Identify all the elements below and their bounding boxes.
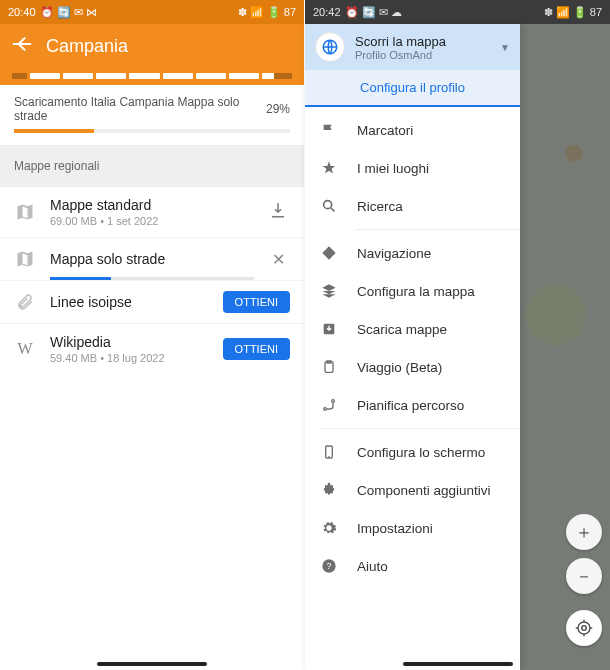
- menu-item-star[interactable]: I miei luoghi: [305, 149, 520, 187]
- layers-icon: [319, 281, 339, 301]
- flag-icon: [319, 120, 339, 140]
- get-button[interactable]: OTTIENI: [223, 338, 290, 360]
- svg-point-1: [324, 201, 332, 209]
- map-icon: [14, 201, 36, 223]
- drawer-panel: Scorri la mappa Profilo OsmAnd ▼ Configu…: [305, 24, 520, 670]
- nav-icon: [319, 243, 339, 263]
- status-time: 20:40: [8, 6, 36, 18]
- item-title: Linee isoipse: [50, 294, 209, 310]
- clip2-icon: [319, 357, 339, 377]
- gear-icon: [319, 518, 339, 538]
- menu-label: Configura la mappa: [357, 284, 475, 299]
- gesture-bar: [403, 662, 513, 666]
- cancel-icon[interactable]: ✕: [266, 250, 290, 269]
- menu-item-help[interactable]: ?Aiuto: [305, 547, 520, 585]
- profile-sub: Profilo OsmAnd: [355, 49, 490, 61]
- phone-right: 20:42 ⏰ 🔄 ✉ ☁ ✽ 📶 🔋 87 Torello Roccapiem…: [305, 0, 610, 670]
- status-left-icons: ⏰ 🔄 ✉ ⋈: [40, 6, 97, 19]
- item-sub: 59.40 MB • 18 lug 2022: [50, 352, 209, 364]
- section-regional-maps: Mappe regionali: [0, 145, 304, 187]
- drawer-menu: MarcatoriI miei luoghiRicercaNavigazione…: [305, 107, 520, 585]
- screen-icon: [319, 442, 339, 462]
- help-icon: ?: [319, 556, 339, 576]
- map-item-list: Mappe standard69.00 MB • 1 set 2022Mappa…: [0, 187, 304, 374]
- svg-text:?: ?: [327, 561, 332, 571]
- menu-label: Marcatori: [357, 123, 413, 138]
- svg-point-9: [582, 626, 587, 631]
- menu-item-flag[interactable]: Marcatori: [305, 111, 520, 149]
- status-right-icons: ✽ 📶 🔋 87: [238, 6, 296, 19]
- globe-icon: [315, 32, 345, 62]
- menu-label: Pianifica percorso: [357, 398, 464, 413]
- menu-item-down[interactable]: Scarica mappe: [305, 310, 520, 348]
- clip-icon: [14, 291, 36, 313]
- star-icon: [319, 158, 339, 178]
- menu-label: Scarica mappe: [357, 322, 447, 337]
- profile-header[interactable]: Scorri la mappa Profilo OsmAnd ▼: [305, 24, 520, 70]
- menu-label: Viaggio (Beta): [357, 360, 442, 375]
- wiki-icon: W: [14, 338, 36, 360]
- puzzle-icon: [319, 480, 339, 500]
- chevron-down-icon[interactable]: ▼: [500, 42, 510, 53]
- menu-label: Ricerca: [357, 199, 403, 214]
- status-bar-left: 20:40 ⏰ 🔄 ✉ ⋈ ✽ 📶 🔋 87: [0, 0, 304, 24]
- down-icon: [319, 319, 339, 339]
- gesture-bar: [97, 662, 207, 666]
- menu-label: Navigazione: [357, 246, 431, 261]
- search-icon: [319, 196, 339, 216]
- locate-button[interactable]: [566, 610, 602, 646]
- item-title: Mappe standard: [50, 197, 252, 213]
- status-bar-right: 20:42 ⏰ 🔄 ✉ ☁ ✽ 📶 🔋 87: [305, 0, 610, 24]
- menu-label: I miei luoghi: [357, 161, 429, 176]
- zoom-in-button[interactable]: ＋: [566, 514, 602, 550]
- map-item[interactable]: Mappa solo strade✕: [0, 237, 304, 280]
- svg-point-5: [332, 400, 335, 403]
- download-status-row: Scaricamento Italia Campania Mappa solo …: [0, 85, 304, 129]
- map-item[interactable]: WWikipedia59.40 MB • 18 lug 2022OTTIENI: [0, 323, 304, 374]
- item-sub: 69.00 MB • 1 set 2022: [50, 215, 252, 227]
- map-item[interactable]: Mappe standard69.00 MB • 1 set 2022: [0, 187, 304, 237]
- download-label: Scaricamento Italia Campania Mappa solo …: [14, 95, 266, 123]
- item-title: Wikipedia: [50, 334, 209, 350]
- menu-label: Impostazioni: [357, 521, 433, 536]
- segment-bar: [12, 73, 292, 79]
- phone-left: 20:40 ⏰ 🔄 ✉ ⋈ ✽ 📶 🔋 87 Campania Scaricam…: [0, 0, 305, 670]
- region-header: Campania: [0, 24, 304, 85]
- menu-item-screen[interactable]: Configura lo schermo: [305, 433, 520, 471]
- route-icon: [319, 395, 339, 415]
- menu-item-search[interactable]: Ricerca: [305, 187, 520, 225]
- download-icon[interactable]: [266, 201, 290, 223]
- map-icon: [14, 248, 36, 270]
- menu-label: Aiuto: [357, 559, 388, 574]
- zoom-out-button[interactable]: －: [566, 558, 602, 594]
- download-progress-bar: [14, 129, 290, 133]
- item-title: Mappa solo strade: [50, 251, 252, 267]
- menu-item-puzzle[interactable]: Componenti aggiuntivi: [305, 471, 520, 509]
- svg-point-4: [324, 408, 327, 411]
- get-button[interactable]: OTTIENI: [223, 291, 290, 313]
- back-icon[interactable]: [12, 34, 32, 59]
- region-title: Campania: [46, 36, 128, 57]
- menu-item-layers[interactable]: Configura la mappa: [305, 272, 520, 310]
- menu-item-clip2[interactable]: Viaggio (Beta): [305, 348, 520, 386]
- menu-label: Configura lo schermo: [357, 445, 485, 460]
- configure-profile-button[interactable]: Configura il profilo: [305, 70, 520, 107]
- menu-item-gear[interactable]: Impostazioni: [305, 509, 520, 547]
- status-left-icons: ⏰ 🔄 ✉ ☁: [345, 6, 402, 19]
- menu-item-route[interactable]: Pianifica percorso: [305, 386, 520, 424]
- map-item[interactable]: Linee isoipseOTTIENI: [0, 280, 304, 323]
- svg-point-10: [578, 622, 590, 634]
- profile-title: Scorri la mappa: [355, 34, 490, 49]
- status-time: 20:42: [313, 6, 341, 18]
- status-right-icons: ✽ 📶 🔋 87: [544, 6, 602, 19]
- menu-label: Componenti aggiuntivi: [357, 483, 491, 498]
- download-percent: 29%: [266, 102, 290, 116]
- menu-item-nav[interactable]: Navigazione: [305, 234, 520, 272]
